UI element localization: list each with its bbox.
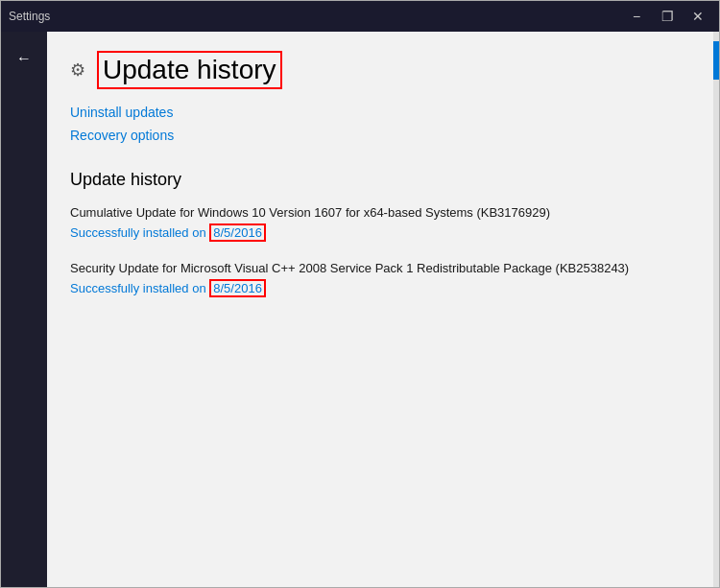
update-date: 8/5/2016 xyxy=(209,279,266,297)
update-name: Cumulative Update for Windows 10 Version… xyxy=(70,205,696,220)
update-status: Successfully installed on 8/5/2016 xyxy=(70,279,696,297)
window: Settings − ❐ ✕ ← ⚙ Update history Uninst… xyxy=(0,0,720,588)
minimize-button[interactable]: − xyxy=(623,5,650,28)
update-name: Security Update for Microsoft Visual C++… xyxy=(70,261,696,275)
recovery-options-link[interactable]: Recovery options xyxy=(70,128,696,143)
scrollbar-thumb[interactable] xyxy=(713,41,719,80)
close-button[interactable]: ✕ xyxy=(684,5,711,28)
window-title: Settings xyxy=(9,10,50,23)
title-bar-controls: − ❐ ✕ xyxy=(623,5,711,28)
page-title: Update history xyxy=(97,51,282,89)
back-button[interactable]: ← xyxy=(7,41,41,76)
update-date: 8/5/2016 xyxy=(209,223,266,242)
update-item: Cumulative Update for Windows 10 Version… xyxy=(70,205,696,242)
restore-button[interactable]: ❐ xyxy=(654,5,681,28)
title-bar: Settings − ❐ ✕ xyxy=(1,1,719,32)
gear-icon: ⚙ xyxy=(70,59,85,81)
update-status-text: Successfully installed on xyxy=(70,281,206,295)
main-content: ⚙ Update history Uninstall updates Recov… xyxy=(47,32,719,587)
update-status: Successfully installed on 8/5/2016 xyxy=(70,223,696,242)
update-status-text: Successfully installed on xyxy=(70,225,206,240)
title-bar-left: Settings xyxy=(9,10,50,23)
content-area: ← ⚙ Update history Uninstall updates Rec… xyxy=(1,32,719,587)
scrollbar-track[interactable] xyxy=(713,32,719,587)
section-heading: Update history xyxy=(47,158,719,205)
links-section: Uninstall updates Recovery options xyxy=(47,101,719,158)
update-item: Security Update for Microsoft Visual C++… xyxy=(70,261,696,297)
sidebar: ← xyxy=(1,32,47,587)
page-header: ⚙ Update history xyxy=(47,32,719,101)
uninstall-updates-link[interactable]: Uninstall updates xyxy=(70,105,696,120)
update-list: Cumulative Update for Windows 10 Version… xyxy=(47,205,719,297)
